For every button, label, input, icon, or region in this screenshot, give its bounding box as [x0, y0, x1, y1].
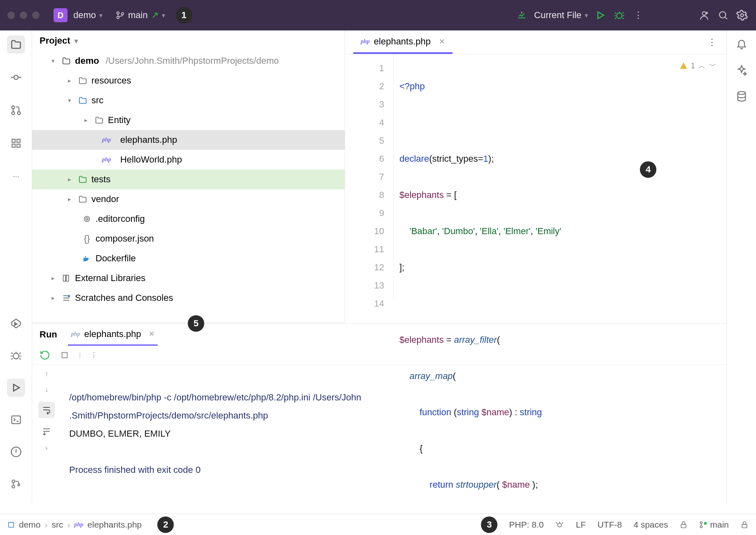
svg-rect-13: [12, 144, 15, 147]
branch-icon: [116, 11, 125, 20]
softwrap-icon[interactable]: [38, 402, 55, 418]
gutter: 1234567891011121314: [345, 54, 394, 301]
commit-tool-icon[interactable]: [7, 68, 25, 86]
center-column: Project ▾ ▾demo/Users/John.Smith/Phpstor…: [32, 30, 726, 503]
tree-folder-src[interactable]: ▾src: [32, 91, 345, 110]
branch-selector[interactable]: main ↗ ▾: [116, 10, 165, 21]
svg-rect-25: [62, 352, 68, 358]
main-body: ⋯ Project ▾ ▾demo/Users/John.Smith/Phpst…: [0, 30, 756, 503]
code-editor[interactable]: 1234567891011121314 <?php declare(strict…: [345, 54, 726, 301]
tree-folder-vendor[interactable]: ▸vendor: [32, 189, 345, 209]
pull-request-icon[interactable]: [7, 101, 25, 119]
chevron-down-icon: ▾: [162, 12, 165, 19]
breadcrumbs[interactable]: demo› src› php elephants.php: [7, 520, 142, 530]
status-bar: demo› src› php elephants.php 2 3 PHP: 8.…: [0, 514, 756, 535]
up-icon[interactable]: ↑: [45, 370, 48, 378]
build-icon[interactable]: [515, 9, 528, 22]
svg-point-26: [737, 91, 745, 94]
svg-point-0: [117, 12, 119, 14]
svg-point-2: [121, 13, 124, 15]
status-encoding[interactable]: UTF-8: [597, 520, 622, 530]
problems-tool-icon[interactable]: [7, 443, 25, 461]
svg-point-3: [617, 13, 622, 19]
tab-more-icon[interactable]: ⋮: [707, 37, 716, 48]
php-icon: php: [102, 137, 111, 143]
svg-point-20: [18, 484, 19, 486]
tree-scratches[interactable]: ▸Scratches and Consoles: [32, 288, 345, 308]
debug-tool-icon[interactable]: [7, 347, 25, 365]
min-dot[interactable]: [20, 12, 27, 19]
window-controls: [7, 12, 40, 19]
chevron-down-icon: ▾: [585, 12, 588, 19]
listener-icon[interactable]: [555, 520, 564, 529]
scroll-end-icon[interactable]: [42, 426, 51, 436]
svg-rect-22: [63, 275, 66, 281]
run-left-toolbar: ↑ ↓ ›: [32, 365, 61, 503]
close-icon[interactable]: ✕: [149, 330, 154, 338]
tree-file-helloworld[interactable]: php HelloWorld.php: [32, 150, 345, 170]
terminal-tool-icon[interactable]: [7, 411, 25, 429]
svg-rect-33: [742, 524, 747, 528]
tree-file-dockerfile[interactable]: Dockerfile: [32, 249, 345, 268]
tree-file-elephants[interactable]: php elephants.php: [32, 130, 345, 150]
status-php[interactable]: PHP: 8.0: [509, 520, 544, 530]
run-more-icon[interactable]: ⋮: [91, 351, 97, 359]
ai-assist-icon[interactable]: [736, 64, 747, 76]
tree-folder-resources[interactable]: ▸resources: [32, 71, 345, 91]
more-icon[interactable]: ⋮: [632, 9, 645, 22]
svg-point-4: [702, 12, 706, 15]
editor-area: php elephants.php ✕ ⋮ 123456789101112131…: [345, 30, 726, 323]
down-icon[interactable]: ↓: [45, 386, 48, 393]
svg-rect-16: [12, 416, 20, 424]
tree-folder-tests[interactable]: ▸tests: [32, 170, 345, 189]
tree-file-composer[interactable]: {}composer.json: [32, 229, 345, 249]
expand-icon[interactable]: ›: [45, 444, 47, 452]
max-dot[interactable]: [32, 12, 40, 19]
settings-icon[interactable]: [735, 9, 749, 22]
git-tool-icon[interactable]: [7, 475, 25, 493]
tree-external-libs[interactable]: ▸External Libraries: [32, 268, 345, 288]
project-pane: Project ▾ ▾demo/Users/John.Smith/Phpstor…: [32, 30, 345, 323]
tree-folder-entity[interactable]: ▸Entity: [32, 110, 345, 130]
callout-3: 3: [481, 516, 497, 533]
run-tool-icon[interactable]: [7, 379, 25, 397]
close-icon[interactable]: ✕: [439, 37, 445, 46]
svg-rect-12: [17, 139, 20, 142]
run-config-selector[interactable]: Current File ▾: [534, 10, 588, 21]
run-tab-elephants[interactable]: php elephants.php ✕: [68, 323, 158, 346]
project-tool-icon[interactable]: [7, 35, 25, 54]
search-icon[interactable]: [716, 9, 730, 22]
editor-tab-elephants[interactable]: php elephants.php ✕: [353, 30, 453, 54]
next-icon[interactable]: ﹀: [709, 57, 716, 75]
status-branch[interactable]: main: [699, 520, 729, 530]
status-indent[interactable]: 4 spaces: [633, 520, 668, 530]
svg-rect-29: [681, 524, 686, 528]
php-icon: php: [75, 521, 84, 528]
debug-button[interactable]: [613, 9, 626, 22]
structure-tool-icon[interactable]: [7, 134, 25, 152]
rerun-icon[interactable]: [40, 350, 50, 361]
inspection-badge[interactable]: 1 ︿ ﹀: [679, 57, 716, 75]
collab-icon[interactable]: [698, 9, 711, 22]
project-selector[interactable]: demo ▾: [73, 10, 103, 21]
readonly-icon[interactable]: [679, 521, 688, 529]
project-pane-header[interactable]: Project ▾: [32, 30, 345, 51]
run-button[interactable]: [594, 9, 607, 22]
prev-icon[interactable]: ︿: [698, 57, 706, 75]
warning-icon: [679, 62, 688, 70]
close-dot[interactable]: [7, 12, 15, 19]
stop-icon[interactable]: [60, 351, 69, 360]
services-tool-icon[interactable]: [7, 314, 25, 333]
svg-point-1: [117, 16, 119, 19]
status-lf[interactable]: LF: [576, 520, 586, 530]
lock-icon[interactable]: [740, 521, 749, 529]
svg-point-28: [558, 523, 562, 527]
tree-root[interactable]: ▾demo/Users/John.Smith/PhpstormProjects/…: [32, 51, 345, 71]
branch-name: main: [128, 10, 148, 21]
tree-file-editorconfig[interactable]: .editorconfig: [32, 209, 345, 229]
svg-point-5: [719, 12, 726, 18]
notifications-icon[interactable]: [736, 38, 747, 49]
project-logo: D: [54, 8, 68, 22]
database-icon[interactable]: [736, 91, 747, 102]
more-tool-icon[interactable]: ⋯: [7, 167, 25, 185]
